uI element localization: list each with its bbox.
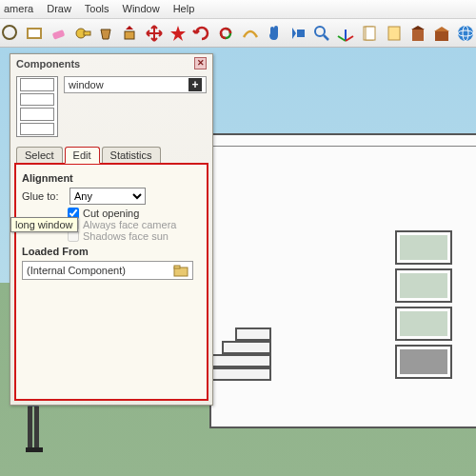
menu-draw[interactable]: Draw [47,3,71,15]
svg-rect-1 [28,29,41,38]
hand-icon[interactable] [264,22,285,45]
svg-rect-6 [297,30,305,37]
tape-icon[interactable] [71,22,92,45]
components-panel: Components ✕ window + Select Edit Statis… [10,53,213,406]
pushpull-icon[interactable] [120,22,141,45]
building-icon[interactable] [407,22,428,45]
svg-rect-2 [52,30,66,40]
tab-statistics[interactable]: Statistics [102,147,161,164]
loaded-from-label: Loaded From [22,246,201,257]
menu-window[interactable]: Window [123,3,160,15]
rotate-red-icon[interactable] [191,22,212,45]
tooltip: long window [10,217,78,232]
menu-bar: amera Draw Tools Window Help [0,0,476,19]
tab-select[interactable]: Select [16,147,63,164]
doc1-icon[interactable] [359,22,380,45]
doc2-icon[interactable] [384,22,405,45]
offset-icon[interactable] [240,22,261,45]
bucket-icon[interactable] [96,22,117,45]
svg-line-10 [338,36,346,41]
svg-rect-25 [34,407,39,449]
svg-point-7 [315,27,325,36]
menu-camera[interactable]: amera [4,3,33,15]
axes-icon[interactable] [335,22,356,45]
alignment-label: Alignment [22,172,201,184]
panel-title-text: Components [16,58,80,69]
close-icon[interactable]: ✕ [194,57,207,69]
face-camera-label: Always face camera [83,219,176,230]
select-icon[interactable] [0,22,21,45]
window-components[interactable] [395,230,452,383]
svg-rect-16 [435,31,448,41]
edit-pane: Alignment Glue to: Any Cut opening Alway… [14,163,208,401]
glue-to-select[interactable]: Any [69,188,146,205]
building-model[interactable] [209,133,476,428]
svg-rect-27 [34,447,43,452]
svg-rect-14 [388,27,400,40]
svg-rect-13 [366,27,375,40]
svg-rect-5 [125,31,134,39]
tab-edit[interactable]: Edit [65,147,100,164]
svg-rect-4 [84,31,90,35]
menu-help[interactable]: Help [173,3,195,15]
expand-icon[interactable]: + [188,78,202,91]
loaded-from-value: (Internal Component) [27,265,126,276]
svg-line-11 [346,36,353,41]
move-icon[interactable] [144,22,165,45]
svg-line-8 [324,35,328,40]
dolly-icon[interactable] [288,22,308,45]
svg-point-17 [458,26,473,41]
globe-icon[interactable] [455,22,476,45]
component-name-field[interactable]: window + [64,76,207,93]
component-thumbnail[interactable] [16,76,58,137]
shadows-label: Shadows face sun [83,230,169,242]
warehouse-icon[interactable] [431,22,452,45]
rotate-green-icon[interactable] [215,22,236,45]
cut-opening-label: Cut opening [83,208,139,219]
svg-rect-29 [174,266,180,268]
folder-icon[interactable] [173,264,188,277]
menu-tools[interactable]: Tools [85,3,109,15]
star-icon[interactable] [168,22,188,45]
svg-rect-24 [28,407,32,449]
glue-to-label: Glue to: [22,190,66,202]
eraser-icon[interactable] [48,22,69,45]
svg-rect-26 [26,447,34,452]
panel-tabs: Select Edit Statistics [10,147,212,164]
toolbar [0,19,476,48]
zoom-icon[interactable] [311,22,332,45]
rectangle-icon[interactable] [24,22,45,45]
svg-point-0 [3,26,16,39]
svg-rect-15 [412,30,424,41]
